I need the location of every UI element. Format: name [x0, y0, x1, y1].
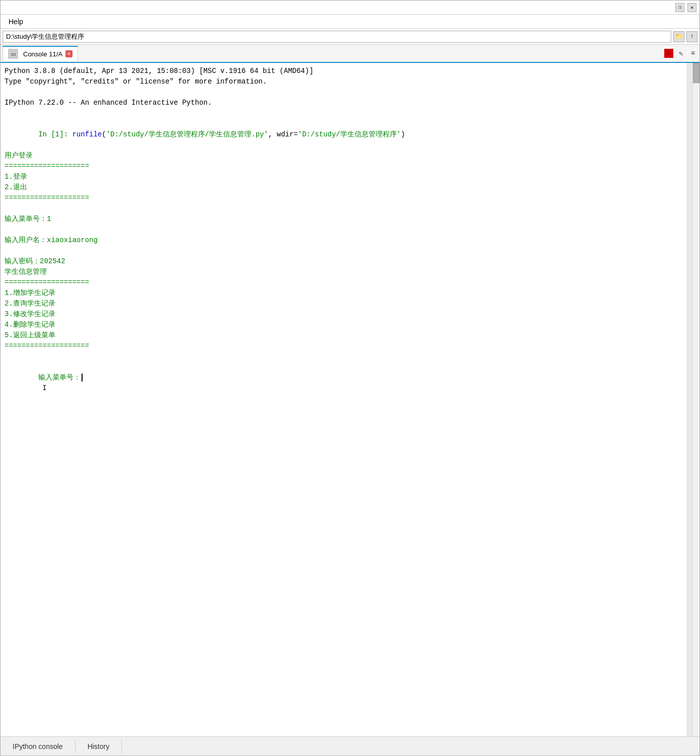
folder-icon[interactable]: 📁 [673, 31, 684, 42]
title-bar-buttons: ❐ ✕ [675, 3, 696, 12]
console-line: 输入菜单号：1 [5, 214, 682, 224]
prompt-string2: 'D:/study/学生信息管理程序' [298, 130, 401, 138]
console-line: 学生信息管理 [5, 267, 682, 277]
tab-icon: ▭ [8, 49, 18, 59]
prompt-paren: ( [102, 130, 106, 138]
tab-controls: ✎ ≡ [664, 49, 697, 58]
console-line: Type "copyright", "credits" or "license"… [5, 77, 682, 87]
console-line-prompt: In [1]: runfile('D:/study/学生信息管理程序/学生信息管… [5, 119, 682, 150]
console-line: 用户登录 [5, 150, 682, 161]
console-line: 5.返回上级菜单 [5, 330, 682, 341]
console-line: 3.修改学生记录 [5, 309, 682, 320]
close-button[interactable]: ✕ [687, 3, 696, 12]
up-icon[interactable]: ↑ [686, 31, 697, 42]
console-line: Python 3.8.8 (default, Apr 13 2021, 15:0… [5, 66, 682, 77]
console-area[interactable]: Python 3.8.8 (default, Apr 13 2021, 15:0… [1, 63, 692, 736]
menu-item-help[interactable]: Help [5, 17, 27, 27]
bottom-tab-bar: IPython console History [1, 736, 699, 755]
scrollbar[interactable] [692, 63, 699, 736]
options-menu-icon[interactable]: ≡ [688, 49, 697, 58]
prompt-close: ) [401, 130, 405, 138]
cursor-mouse: I [42, 384, 46, 392]
console-wrapper: Python 3.8.8 (default, Apr 13 2021, 15:0… [1, 63, 699, 736]
console-line [5, 351, 682, 362]
stop-button[interactable] [664, 49, 673, 58]
console-line: ==================== [5, 193, 682, 203]
console-line [5, 203, 682, 214]
prompt-in: In [1]: [38, 130, 72, 138]
prompt-string1: 'D:/study/学生信息管理程序/学生信息管理.py' [106, 130, 268, 138]
main-window: ❐ ✕ Help 📁 ↑ ▭ Console 11/A ✕ ✎ ≡ Python… [0, 0, 700, 756]
console-line: IPython 7.22.0 -- An enhanced Interactiv… [5, 98, 682, 108]
console-line [5, 224, 682, 235]
prompt-kwarg: wdir= [277, 130, 298, 138]
console-line: 输入密码：202542 [5, 256, 682, 267]
tab-ipython-console[interactable]: IPython console [1, 739, 76, 753]
title-bar: ❐ ✕ [1, 1, 699, 15]
console-line: ==================== [5, 161, 682, 172]
input-prompt-text: 输入菜单号： [38, 373, 81, 382]
console-line: ==================== [5, 277, 682, 288]
tab-close-button[interactable]: ✕ [65, 50, 73, 57]
console-tab[interactable]: ▭ Console 11/A ✕ [3, 46, 78, 61]
console-line: 4.删除学生记录 [5, 320, 682, 330]
console-line [5, 108, 682, 119]
console-line: 1.登录 [5, 172, 682, 182]
console-line: ==================== [5, 341, 682, 351]
scrollbar-thumb[interactable] [693, 63, 699, 83]
console-line: 1.增加学生记录 [5, 288, 682, 298]
tab-label: Console 11/A [23, 50, 62, 58]
console-line: 2.退出 [5, 182, 682, 193]
path-input[interactable] [3, 31, 671, 43]
console-line: 输入用户名：xiaoxiaorong [5, 235, 682, 246]
prompt-comma: , [268, 130, 277, 138]
console-line: 2.查询学生记录 [5, 298, 682, 309]
console-line [5, 246, 682, 256]
console-input-line: 输入菜单号： I [5, 362, 682, 404]
restore-button[interactable]: ❐ [675, 3, 684, 12]
path-bar: 📁 ↑ [1, 29, 699, 45]
tab-bar: ▭ Console 11/A ✕ ✎ ≡ [1, 45, 699, 63]
console-line [5, 87, 682, 98]
cursor [82, 373, 83, 382]
menu-bar: Help [1, 15, 699, 29]
edit-icon[interactable]: ✎ [676, 49, 685, 58]
prompt-code: runfile [72, 130, 102, 138]
tab-history[interactable]: History [76, 739, 122, 753]
